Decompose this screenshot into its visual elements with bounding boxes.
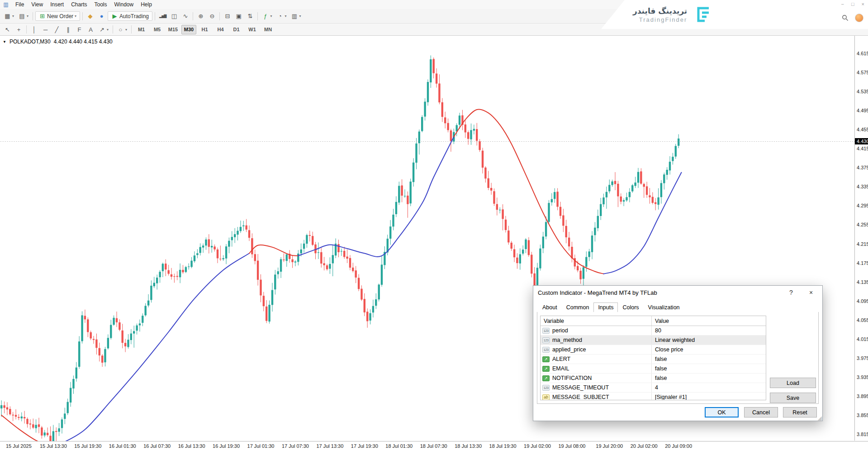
new-order-button[interactable]: ⊞New Order▾ xyxy=(35,11,80,21)
dropdown-caret-icon[interactable]: ▾ xyxy=(299,14,301,18)
time-tick: 18 Jul 07:30 xyxy=(420,443,447,449)
cell-variable: ↗EMAIL xyxy=(541,364,652,373)
timeframe-m15[interactable]: M15 xyxy=(166,25,180,34)
menu-tools[interactable]: Tools xyxy=(91,0,111,9)
cascade-windows-icon[interactable]: ▣ xyxy=(233,12,244,20)
tab-visualization[interactable]: Visualization xyxy=(644,302,684,312)
cell-value[interactable]: false xyxy=(652,365,766,372)
close-icon[interactable]: × xyxy=(862,1,864,7)
dialog-title-bar[interactable]: Custom Indicator - MegaTrend MT4 by TFLa… xyxy=(533,286,822,299)
timeframe-w1[interactable]: W1 xyxy=(245,25,260,34)
channel-icon[interactable]: ∥ xyxy=(63,25,73,34)
cell-value[interactable]: Close price xyxy=(652,346,766,353)
search-icon[interactable] xyxy=(842,14,849,21)
row-ma_method[interactable]: 123ma_methodLinear weighted xyxy=(541,336,766,345)
text-icon[interactable]: A xyxy=(85,25,96,34)
time-tick: 19 Jul 02:00 xyxy=(524,443,551,449)
numeric-type-icon: 123 xyxy=(542,337,550,343)
cell-value[interactable]: 80 xyxy=(652,327,766,334)
tab-about[interactable]: About xyxy=(538,302,562,312)
row-EMAIL[interactable]: ↗EMAILfalse xyxy=(541,364,766,374)
row-NOTIFICATION[interactable]: ↗NOTIFICATIONfalse xyxy=(541,374,766,383)
menu-file[interactable]: File xyxy=(12,0,28,9)
timeframe-m5[interactable]: M5 xyxy=(150,25,165,34)
arrows-icon[interactable]: ↗▾ xyxy=(97,25,110,34)
row-applied_price[interactable]: 123applied_priceClose price xyxy=(541,345,766,355)
dialog-help-button[interactable]: ? xyxy=(784,289,798,296)
shapes-icon-glyph: ○ xyxy=(117,26,124,33)
row-MESSAGE_TIMEOUT[interactable]: 123MESSAGE_TIMEOUT4 xyxy=(541,383,766,393)
cell-value[interactable]: [Signaler #1] xyxy=(652,394,766,400)
cell-variable: 123period xyxy=(541,326,652,335)
resize-grip[interactable]: ◢ xyxy=(818,415,822,421)
symbol-dropdown-icon[interactable]: ▼ xyxy=(3,40,6,44)
arrange-icon[interactable]: ⇅ xyxy=(245,12,255,20)
row-ALERT[interactable]: ↗ALERTfalse xyxy=(541,355,766,364)
menu-charts[interactable]: Charts xyxy=(67,0,90,9)
menu-view[interactable]: View xyxy=(28,0,47,9)
new-chart-icon[interactable]: ▦▾ xyxy=(2,12,16,20)
vertical-line-icon[interactable]: │ xyxy=(29,25,39,34)
price-axis[interactable]: 4.430 4.6154.5754.5354.4954.4554.4154.37… xyxy=(854,36,868,441)
minimize-icon[interactable]: − xyxy=(841,1,844,7)
row-period[interactable]: 123period80 xyxy=(541,326,766,336)
save-button[interactable]: Save xyxy=(770,393,816,403)
time-tick: 16 Jul 13:30 xyxy=(178,443,205,449)
cell-value[interactable]: Linear weighted xyxy=(652,337,766,343)
menu-help[interactable]: Help xyxy=(137,0,156,9)
crosshair-icon[interactable]: + xyxy=(14,25,24,34)
cursor-icon[interactable]: ↖ xyxy=(2,25,13,34)
bar-chart-icon-glyph: ▂▅▇ xyxy=(159,13,166,19)
price-tick: 3.895 xyxy=(857,393,868,399)
dropdown-caret-icon[interactable]: ▾ xyxy=(125,28,127,32)
user-avatar[interactable] xyxy=(855,14,863,22)
profiles-icon[interactable]: ▤▾ xyxy=(17,12,30,20)
line-chart-icon[interactable]: ∿ xyxy=(180,12,190,20)
zoom-out-icon[interactable]: ⊖ xyxy=(207,12,217,20)
cell-value[interactable]: false xyxy=(652,375,766,381)
autotrading-button[interactable]: ▶AutoTrading xyxy=(108,11,152,21)
timeframe-h1[interactable]: H1 xyxy=(197,25,212,34)
reset-button[interactable]: Reset xyxy=(783,407,817,417)
candlestick-chart-icon[interactable]: ◫ xyxy=(169,12,179,20)
tab-common[interactable]: Common xyxy=(562,302,594,312)
indicators-icon[interactable]: ƒ▾ xyxy=(260,12,274,20)
ok-button[interactable]: OK xyxy=(705,407,739,417)
time-axis[interactable]: 15 Jul 202515 Jul 13:3015 Jul 19:3016 Ju… xyxy=(0,441,868,451)
trendline-icon[interactable]: ╱ xyxy=(52,25,62,34)
metaquotes-icon[interactable]: ● xyxy=(96,12,107,20)
dropdown-caret-icon[interactable]: ▾ xyxy=(27,14,28,18)
tile-windows-icon[interactable]: ⊟ xyxy=(222,12,232,20)
timeframe-mn[interactable]: MN xyxy=(261,25,275,34)
menu-insert[interactable]: Insert xyxy=(47,0,67,9)
tab-inputs[interactable]: Inputs xyxy=(593,302,618,312)
dropdown-caret-icon[interactable]: ▾ xyxy=(12,14,14,18)
shapes-icon[interactable]: ○▾ xyxy=(115,25,129,34)
cell-value[interactable]: false xyxy=(652,356,766,362)
dropdown-caret-icon[interactable]: ▾ xyxy=(270,14,272,18)
arrows-icon-glyph: ↗ xyxy=(99,26,105,33)
expert-advisors-icon[interactable]: ◆ xyxy=(85,12,95,20)
dropdown-caret-icon[interactable]: ▾ xyxy=(75,14,76,18)
maximize-icon[interactable]: □ xyxy=(851,1,854,7)
dialog-close-button[interactable]: × xyxy=(804,289,818,296)
fibonacci-icon[interactable]: F xyxy=(74,25,85,34)
cancel-button[interactable]: Cancel xyxy=(744,407,778,417)
arrange-icon-glyph: ⇅ xyxy=(247,13,253,19)
menu-window[interactable]: Window xyxy=(111,0,138,9)
zoom-in-icon[interactable]: ⊕ xyxy=(195,12,206,20)
timeframe-m30[interactable]: M30 xyxy=(181,25,196,34)
row-MESSAGE_SUBJECT[interactable]: abMESSAGE_SUBJECT[Signaler #1] xyxy=(541,393,766,400)
templates-icon[interactable]: ▥▾ xyxy=(289,12,303,20)
dropdown-caret-icon[interactable]: ▾ xyxy=(107,28,109,32)
timeframe-h4[interactable]: H4 xyxy=(213,25,228,34)
load-button[interactable]: Load xyxy=(770,378,816,388)
tab-colors[interactable]: Colors xyxy=(618,302,643,312)
periods-icon[interactable]: ◔▾ xyxy=(275,12,288,20)
timeframe-m1[interactable]: M1 xyxy=(134,25,149,34)
bar-chart-icon[interactable]: ▂▅▇ xyxy=(157,12,168,20)
dropdown-caret-icon[interactable]: ▾ xyxy=(285,14,286,18)
horizontal-line-icon[interactable]: ─ xyxy=(40,25,51,34)
cell-value[interactable]: 4 xyxy=(652,384,766,391)
timeframe-d1[interactable]: D1 xyxy=(229,25,244,34)
